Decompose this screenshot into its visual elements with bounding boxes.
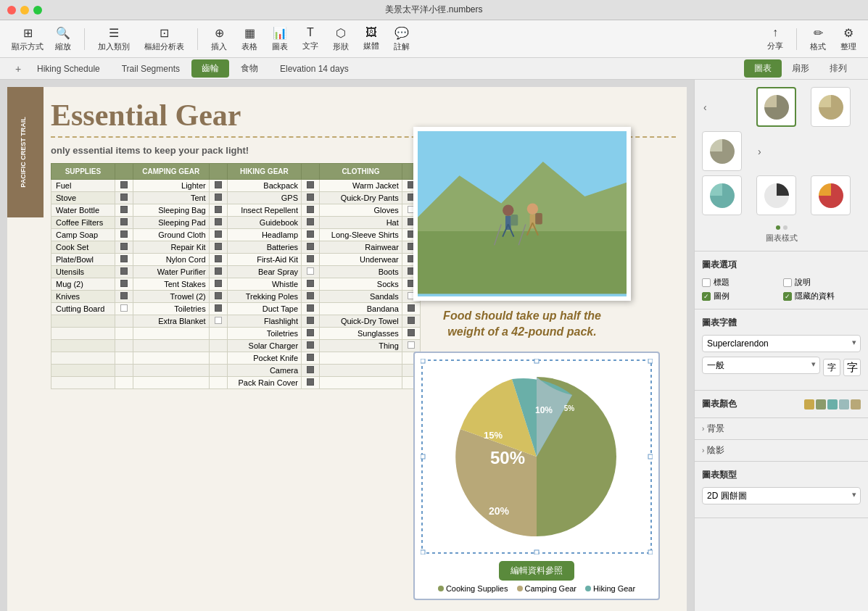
media-button[interactable]: 🖼 媒體: [359, 23, 384, 54]
camping-check[interactable]: [209, 204, 227, 217]
hiking-check[interactable]: [302, 204, 320, 217]
color-swatch-2[interactable]: [816, 399, 826, 410]
camping-check[interactable]: [209, 217, 227, 229]
supplies-check[interactable]: [115, 217, 133, 229]
supplies-check[interactable]: [115, 204, 133, 217]
share-button[interactable]: ↑ 分享: [763, 23, 788, 54]
camping-check[interactable]: [209, 352, 227, 365]
hiking-check[interactable]: [302, 315, 320, 328]
supplies-check[interactable]: [115, 291, 133, 303]
description-checkbox[interactable]: [783, 278, 792, 287]
organize-button[interactable]: ⚙ 整理: [836, 23, 861, 55]
supplies-check[interactable]: [115, 266, 133, 278]
camping-check[interactable]: [209, 303, 227, 315]
supplies-check[interactable]: [115, 180, 133, 192]
font-size-increase-btn[interactable]: 字: [843, 359, 861, 376]
supplies-check[interactable]: [115, 192, 133, 204]
hiking-check[interactable]: [302, 352, 320, 365]
supplies-check[interactable]: [115, 352, 133, 365]
prev-style-button[interactable]: ‹: [702, 100, 708, 115]
style-dot-1[interactable]: [776, 225, 780, 230]
camping-check[interactable]: [209, 192, 227, 204]
supplies-check[interactable]: [115, 278, 133, 291]
hiking-check[interactable]: [302, 217, 320, 229]
insert-button[interactable]: ⊕ 插入: [207, 23, 231, 55]
sidebar-tab-arrange[interactable]: 排列: [819, 59, 857, 78]
style-dot-2[interactable]: [783, 225, 788, 230]
supplies-check[interactable]: [115, 377, 133, 389]
hidden-data-checkbox[interactable]: ✓: [783, 292, 792, 301]
chart-style-6[interactable]: [811, 175, 851, 215]
hiking-check[interactable]: [302, 328, 320, 340]
hiking-check[interactable]: [302, 266, 320, 278]
chart-button[interactable]: 📊 圖表: [268, 23, 292, 55]
font-name-select[interactable]: Superclarendon: [702, 335, 861, 352]
supplies-check[interactable]: [115, 340, 133, 352]
close-button[interactable]: [7, 6, 16, 14]
color-swatch-4[interactable]: [839, 399, 849, 410]
hiking-check[interactable]: [302, 278, 320, 291]
text-button[interactable]: T 文字: [298, 23, 323, 54]
camping-check[interactable]: [209, 254, 227, 266]
hiking-check[interactable]: [302, 365, 320, 377]
supplies-check[interactable]: [115, 229, 133, 241]
supplies-check[interactable]: [115, 328, 133, 340]
next-style-button[interactable]: ›: [756, 144, 763, 159]
hiking-check[interactable]: [302, 180, 320, 192]
chart-style-1[interactable]: [756, 87, 796, 127]
hiking-check[interactable]: [302, 377, 320, 389]
tab-hiking-schedule[interactable]: Hiking Schedule: [27, 61, 110, 77]
background-collapse[interactable]: › 背景: [695, 418, 868, 440]
legend-checkbox[interactable]: ✓: [702, 292, 711, 301]
camping-check[interactable]: [209, 278, 227, 291]
hiking-check[interactable]: [302, 192, 320, 204]
chart-style-2[interactable]: [811, 87, 851, 127]
camping-check[interactable]: [209, 340, 227, 352]
format-button[interactable]: ✏ 格式: [806, 23, 830, 55]
comment-button[interactable]: 💬 註解: [389, 23, 414, 55]
camping-check[interactable]: [209, 365, 227, 377]
pivot-table-button[interactable]: ⊡ 樞紐分析表: [140, 23, 189, 55]
add-tab-button[interactable]: +: [11, 62, 25, 76]
hiking-check[interactable]: [302, 241, 320, 254]
supplies-check[interactable]: [115, 241, 133, 254]
hiking-check[interactable]: [302, 254, 320, 266]
tab-food[interactable]: 食物: [231, 59, 268, 78]
chart-style-4[interactable]: [702, 175, 742, 215]
shadow-collapse[interactable]: › 陰影: [695, 440, 868, 462]
chart-type-select[interactable]: 2D 圓餅圖: [702, 487, 861, 504]
color-swatches[interactable]: [804, 399, 861, 410]
font-size-decrease-btn[interactable]: 字: [823, 359, 840, 376]
color-swatch-1[interactable]: [804, 399, 814, 410]
window-controls[interactable]: [7, 6, 42, 14]
chart-style-5[interactable]: [756, 175, 796, 215]
maximize-button[interactable]: [33, 6, 42, 14]
hiking-check[interactable]: [302, 340, 320, 352]
title-checkbox[interactable]: [702, 278, 711, 287]
font-style-select[interactable]: 一般: [702, 357, 820, 374]
camping-check[interactable]: [209, 328, 227, 340]
chart-style-3[interactable]: [702, 131, 742, 171]
supplies-check[interactable]: [115, 303, 133, 315]
supplies-check[interactable]: [115, 315, 133, 328]
supplies-check[interactable]: [115, 365, 133, 377]
hiking-check[interactable]: [302, 291, 320, 303]
minimize-button[interactable]: [20, 6, 29, 14]
pie-chart-box[interactable]: 50% 20% 15% 10% 5%: [413, 352, 660, 600]
supplies-check[interactable]: [115, 254, 133, 266]
camping-check[interactable]: [209, 377, 227, 389]
shape-button[interactable]: ⬡ 形狀: [328, 23, 353, 55]
zoom-button[interactable]: 🔍 縮放: [51, 23, 75, 55]
tab-trail-segments[interactable]: Trail Segments: [112, 61, 190, 77]
color-swatch-5[interactable]: [851, 399, 861, 410]
tab-elevation[interactable]: Elevation 14 days: [270, 61, 359, 77]
camping-check[interactable]: [209, 241, 227, 254]
camping-check[interactable]: [209, 180, 227, 192]
color-swatch-3[interactable]: [827, 399, 838, 410]
display-mode-button[interactable]: ⊞ 顯示方式: [7, 23, 48, 55]
sidebar-tab-sector[interactable]: 扇形: [782, 59, 819, 78]
add-category-button[interactable]: ☰ 加入類別: [94, 23, 134, 55]
tab-gear[interactable]: 齒輪: [191, 59, 229, 78]
hiking-check[interactable]: [302, 229, 320, 241]
camping-check[interactable]: [209, 229, 227, 241]
